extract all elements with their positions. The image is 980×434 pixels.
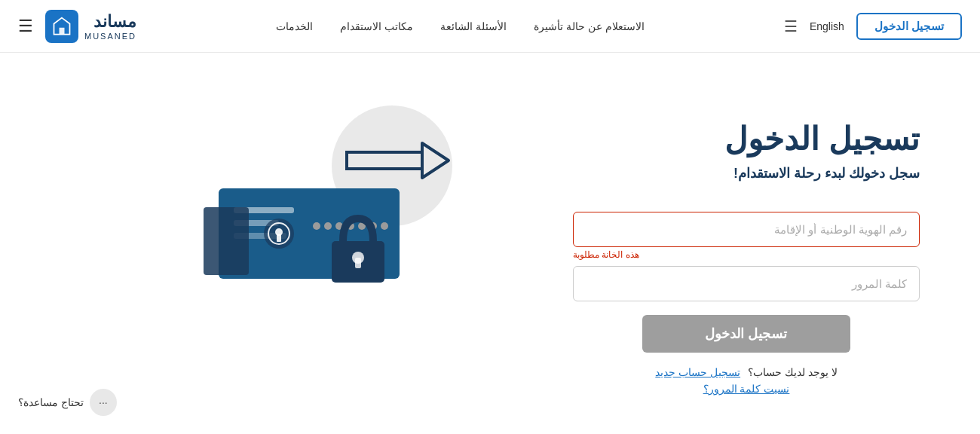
nav-login-button[interactable]: تسجيل الدخول	[856, 13, 962, 40]
links-section: لا يوجد لديك حساب؟ تسجيل حساب جديد نسيت …	[573, 366, 920, 395]
no-account-text: لا يوجد لديك حساب؟ تسجيل حساب جديد	[573, 366, 920, 378]
register-link[interactable]: تسجيل حساب جديد	[655, 366, 740, 378]
svg-point-9	[324, 222, 332, 230]
login-illustration	[151, 90, 467, 347]
submit-button[interactable]: تسجيل الدخول	[642, 315, 850, 353]
navbar: تسجيل الدخول English ☰ الاستعلام عن حالة…	[0, 0, 980, 53]
logo-text: مساند	[84, 12, 136, 32]
menu-icon[interactable]: ☰	[18, 17, 33, 36]
hamburger-icon[interactable]: ☰	[784, 17, 798, 35]
navbar-right: مساند MUSANED ☰	[18, 10, 136, 43]
id-input[interactable]	[573, 212, 920, 247]
help-icon: ···	[90, 389, 117, 416]
illustration-section	[45, 75, 573, 347]
forgot-password-link[interactable]: نسيت كلمة المرور؟	[573, 383, 920, 395]
id-input-group: هذه الخانة مطلوبة	[573, 212, 920, 260]
logo-icon	[45, 10, 78, 43]
svg-point-14	[381, 222, 388, 230]
language-switcher[interactable]: English	[810, 20, 844, 32]
logo: مساند MUSANED	[45, 10, 136, 43]
svg-rect-0	[60, 27, 65, 34]
nav-visa-status[interactable]: الاستعلام عن حالة تأشيرة	[534, 20, 645, 32]
nav-services[interactable]: الخدمات	[276, 20, 313, 32]
id-error-message: هذه الخانة مطلوبة	[573, 249, 920, 260]
navbar-left: تسجيل الدخول English ☰	[784, 13, 962, 40]
nav-faq[interactable]: الأسئلة الشائعة	[440, 20, 507, 32]
help-label: تحتاج مساعدة؟	[18, 396, 84, 408]
navbar-center: الاستعلام عن حالة تأشيرة الأسئلة الشائعة…	[276, 20, 644, 32]
password-input-group	[573, 266, 920, 301]
page-subtitle: سجل دخولك لبدء رحلة الاستقدام!	[573, 165, 920, 182]
svg-point-8	[313, 222, 320, 230]
svg-rect-18	[204, 207, 249, 275]
password-input[interactable]	[573, 266, 920, 301]
page-title: تسجيل الدخول	[573, 121, 920, 157]
help-bubble[interactable]: ··· تحتاج مساعدة؟	[18, 389, 117, 416]
svg-rect-22	[277, 234, 281, 242]
nav-offices[interactable]: مكاتب الاستقدام	[340, 20, 413, 32]
logo-sub: MUSANED	[84, 32, 136, 41]
svg-rect-17	[355, 258, 361, 268]
main-content: تسجيل الدخول سجل دخولك لبدء رحلة الاستقد…	[0, 53, 980, 434]
form-section: تسجيل الدخول سجل دخولك لبدء رحلة الاستقد…	[573, 75, 935, 395]
